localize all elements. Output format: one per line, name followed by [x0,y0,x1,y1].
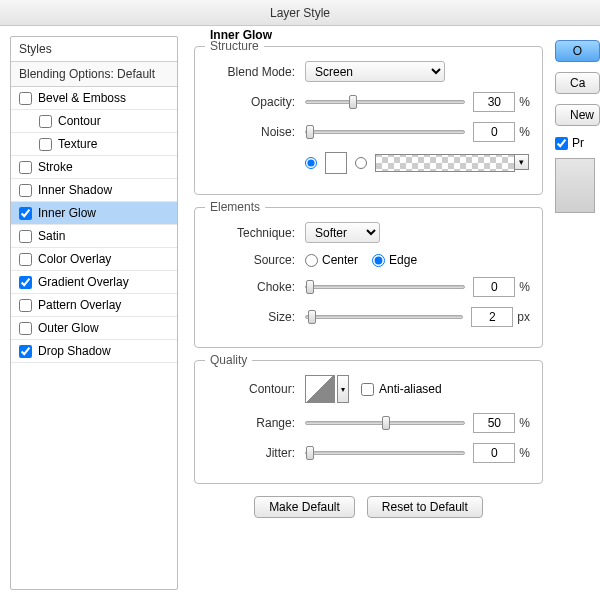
style-checkbox[interactable] [19,345,32,358]
blend-mode-select[interactable]: Screen [305,61,445,82]
style-label: Drop Shadow [38,344,111,358]
style-label: Color Overlay [38,252,111,266]
ok-button[interactable]: O [555,40,600,62]
style-checkbox[interactable] [19,161,32,174]
gradient-radio[interactable] [355,157,367,169]
style-checkbox[interactable] [39,138,52,151]
source-center-radio[interactable] [305,254,318,267]
window-title: Layer Style [270,6,330,20]
anti-aliased-checkbox[interactable] [361,383,374,396]
settings-panel: Inner Glow Structure Blend Mode: Screen … [194,36,555,590]
style-label: Satin [38,229,65,243]
contour-dropdown-icon[interactable]: ▾ [337,375,349,403]
style-item-inner-glow[interactable]: Inner Glow [11,202,177,225]
blend-mode-label: Blend Mode: [207,65,305,79]
style-label: Gradient Overlay [38,275,129,289]
style-item-drop-shadow[interactable]: Drop Shadow [11,340,177,363]
style-label: Texture [58,137,97,151]
style-item-inner-shadow[interactable]: Inner Shadow [11,179,177,202]
style-checkbox[interactable] [19,276,32,289]
quality-title: Quality [205,353,252,367]
structure-title: Structure [205,39,264,53]
quality-group: Quality Contour: ▾ Anti-aliased Range: [194,360,543,484]
size-label: Size: [207,310,305,324]
opacity-input[interactable] [473,92,515,112]
source-label: Source: [207,253,305,267]
style-item-stroke[interactable]: Stroke [11,156,177,179]
right-buttons: O Ca New Pr [555,36,600,590]
style-label: Pattern Overlay [38,298,121,312]
style-item-contour[interactable]: Contour [11,110,177,133]
style-checkbox[interactable] [19,322,32,335]
range-label: Range: [207,416,305,430]
new-style-button[interactable]: New [555,104,600,126]
preview-label: Pr [572,136,584,150]
size-slider[interactable] [305,315,463,319]
style-checkbox[interactable] [19,184,32,197]
elements-group: Elements Technique: Softer Source: Cente… [194,207,543,348]
style-checkbox[interactable] [19,92,32,105]
style-label: Inner Glow [38,206,96,220]
preview-swatch [555,158,595,213]
style-label: Inner Shadow [38,183,112,197]
blending-options-item[interactable]: Blending Options: Default [11,62,177,87]
style-checkbox[interactable] [19,253,32,266]
reset-default-button[interactable]: Reset to Default [367,496,483,518]
cancel-button[interactable]: Ca [555,72,600,94]
range-input[interactable] [473,413,515,433]
style-item-satin[interactable]: Satin [11,225,177,248]
elements-title: Elements [205,200,265,214]
technique-label: Technique: [207,226,305,240]
make-default-button[interactable]: Make Default [254,496,355,518]
color-swatch[interactable] [325,152,347,174]
styles-header[interactable]: Styles [11,37,177,62]
noise-label: Noise: [207,125,305,139]
gradient-dropdown-icon[interactable]: ▾ [515,154,529,170]
style-label: Bevel & Emboss [38,91,126,105]
choke-input[interactable] [473,277,515,297]
range-slider[interactable] [305,421,465,425]
style-item-texture[interactable]: Texture [11,133,177,156]
style-item-gradient-overlay[interactable]: Gradient Overlay [11,271,177,294]
style-checkbox[interactable] [19,207,32,220]
source-edge-radio[interactable] [372,254,385,267]
gradient-swatch[interactable] [375,154,515,172]
preview-checkbox[interactable] [555,137,568,150]
styles-list: Styles Blending Options: Default Bevel &… [10,36,178,590]
noise-slider[interactable] [305,130,465,134]
style-item-pattern-overlay[interactable]: Pattern Overlay [11,294,177,317]
technique-select[interactable]: Softer [305,222,380,243]
jitter-label: Jitter: [207,446,305,460]
contour-swatch[interactable] [305,375,335,403]
style-checkbox[interactable] [19,299,32,312]
style-item-color-overlay[interactable]: Color Overlay [11,248,177,271]
jitter-slider[interactable] [305,451,465,455]
style-checkbox[interactable] [39,115,52,128]
content: Styles Blending Options: Default Bevel &… [0,26,600,600]
style-checkbox[interactable] [19,230,32,243]
unit-percent: % [519,95,530,109]
opacity-label: Opacity: [207,95,305,109]
layer-style-dialog: Layer Style Styles Blending Options: Def… [0,0,600,600]
structure-group: Structure Blend Mode: Screen Opacity: % … [194,46,543,195]
jitter-input[interactable] [473,443,515,463]
choke-label: Choke: [207,280,305,294]
style-label: Stroke [38,160,73,174]
style-item-bevel-emboss[interactable]: Bevel & Emboss [11,87,177,110]
style-item-outer-glow[interactable]: Outer Glow [11,317,177,340]
contour-label: Contour: [207,382,305,396]
color-radio[interactable] [305,157,317,169]
size-input[interactable] [471,307,513,327]
style-label: Outer Glow [38,321,99,335]
style-label: Contour [58,114,101,128]
noise-input[interactable] [473,122,515,142]
opacity-slider[interactable] [305,100,465,104]
title-bar: Layer Style [0,0,600,26]
choke-slider[interactable] [305,285,465,289]
